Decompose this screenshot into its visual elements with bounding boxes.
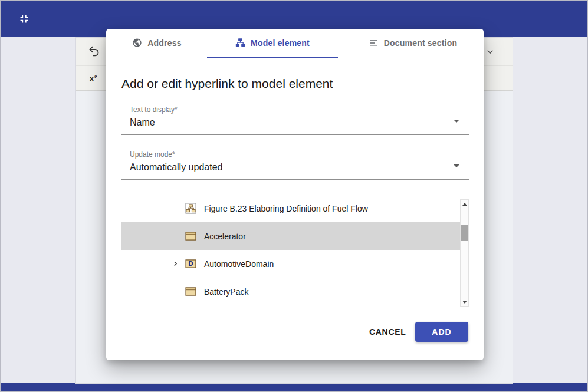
app-footer xyxy=(1,383,587,391)
tree-item-label: AutomotiveDomain xyxy=(204,259,274,269)
app-window: x² Address Model element Document sectio… xyxy=(0,0,588,392)
tree-scrollbar[interactable] xyxy=(460,199,469,307)
add-button[interactable]: ADD xyxy=(415,322,468,342)
tree-item[interactable]: Figure B.23 Elaboring Definition of Fuel… xyxy=(121,195,460,222)
field-value: Automatically updated xyxy=(130,162,222,173)
expand-chevron-icon xyxy=(171,232,185,241)
domain-icon: D xyxy=(185,259,196,268)
model-tree: Figure B.23 Elaboring Definition of Fuel… xyxy=(121,195,460,305)
hyperlink-dialog: Address Model element Document section A… xyxy=(106,29,484,360)
svg-text:D: D xyxy=(188,260,193,267)
scroll-up-button[interactable] xyxy=(461,200,468,208)
field-label: Update mode* xyxy=(130,150,175,159)
tab-label: Model element xyxy=(251,38,310,48)
tree-item-label: BatteryPack xyxy=(204,287,248,297)
document-section-icon xyxy=(369,38,379,48)
expand-chevron-icon[interactable] xyxy=(171,259,185,269)
undo-icon xyxy=(88,45,100,59)
tab-label: Address xyxy=(147,38,181,48)
field-value: Name xyxy=(130,117,155,128)
collapse-button[interactable] xyxy=(17,12,32,27)
tab-document-section[interactable]: Document section xyxy=(354,29,472,58)
superscript-label: x² xyxy=(89,73,97,83)
tree-item[interactable]: BatteryPack xyxy=(121,278,460,305)
scrollbar-thumb[interactable] xyxy=(461,225,468,241)
cancel-button[interactable]: CANCEL xyxy=(359,322,417,342)
superscript-button[interactable]: x² xyxy=(84,68,103,87)
scroll-down-button[interactable] xyxy=(461,298,468,306)
diagram-icon xyxy=(185,203,196,214)
compress-icon xyxy=(18,12,31,27)
block-icon xyxy=(185,287,196,296)
dropdown-arrow-icon[interactable] xyxy=(454,120,459,123)
block-icon xyxy=(185,232,196,241)
tree-item[interactable]: DAutomotiveDomain xyxy=(121,250,460,278)
triangle-up-icon xyxy=(462,203,467,206)
model-element-icon xyxy=(235,38,245,48)
update-mode-select[interactable]: Update mode* Automatically updated xyxy=(121,148,469,180)
dialog-title: Add or edit hyperlink to model element xyxy=(121,76,333,91)
undo-button[interactable] xyxy=(84,42,103,61)
dropdown-arrow-icon[interactable] xyxy=(454,164,459,167)
tab-label: Document section xyxy=(384,38,458,48)
expand-chevron-icon xyxy=(171,287,185,297)
tab-model-element[interactable]: Model element xyxy=(207,29,338,58)
expand-chevron-icon xyxy=(171,204,185,213)
tree-item-label: Accelerator xyxy=(204,232,246,241)
globe-icon xyxy=(132,38,142,48)
tab-address[interactable]: Address xyxy=(116,29,198,58)
triangle-down-icon xyxy=(462,301,467,304)
tree-item[interactable]: Accelerator xyxy=(121,222,460,250)
field-label: Text to display* xyxy=(130,106,178,114)
tree-item-label: Figure B.23 Elaboring Definition of Fuel… xyxy=(204,204,368,213)
chevron-down-icon xyxy=(484,46,496,60)
text-to-display-select[interactable]: Text to display* Name xyxy=(121,103,469,135)
